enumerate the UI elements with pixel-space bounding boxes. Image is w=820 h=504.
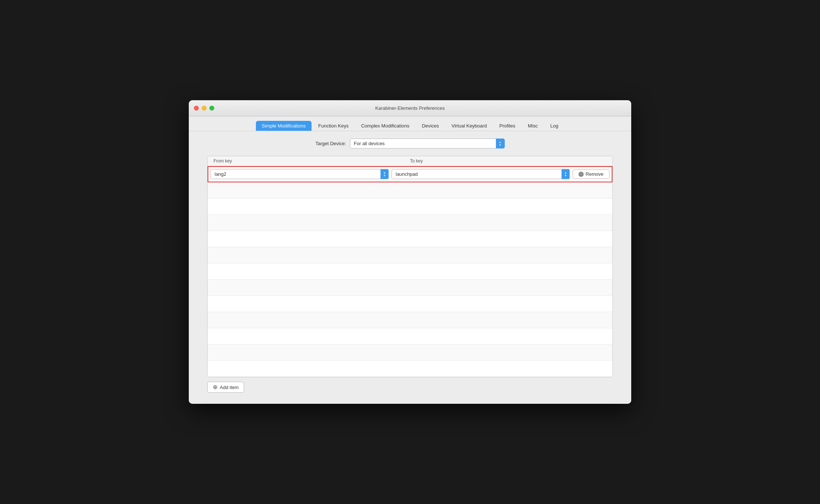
window-title: Karabiner-Elements Preferences [375,105,445,111]
minimize-button[interactable] [202,106,206,111]
add-icon: ⊕ [213,384,218,390]
table-row [208,280,612,296]
content-area: Target Device: For all devices Built-in … [189,131,631,404]
table-row [208,247,612,263]
table-row-active: lang2 ▲ ▼ launchpad ▲ [208,166,612,182]
col-to-header: To key [410,158,607,164]
table-row [208,344,612,361]
device-select-wrapper: For all devices Built-in Keyboard Extern… [350,139,505,148]
maximize-button[interactable] [209,106,214,111]
remove-button[interactable]: − Remove [573,169,609,179]
remove-icon: − [578,172,584,177]
traffic-lights [194,106,214,111]
target-device-select[interactable]: For all devices Built-in Keyboard Extern… [350,139,505,148]
table-row [208,263,612,280]
app-window: Karabiner-Elements Preferences Simple Mo… [189,100,631,404]
col-from-header: From key [213,158,410,164]
table-row [208,199,612,215]
table-row [208,215,612,231]
tab-devices[interactable]: Devices [416,121,445,131]
tab-virtual-keyboard[interactable]: Virtual Keyboard [445,121,493,131]
tab-profiles[interactable]: Profiles [493,121,521,131]
from-key-wrapper: lang2 ▲ ▼ [211,169,389,179]
target-device-label: Target Device: [315,141,346,146]
table-row [208,182,612,199]
table-row [208,312,612,328]
tab-misc[interactable]: Misc [522,121,544,131]
tab-log[interactable]: Log [544,121,564,131]
close-button[interactable] [194,106,199,111]
target-device-row: Target Device: For all devices Built-in … [207,139,613,148]
table-row [208,231,612,247]
to-key-select[interactable]: launchpad [392,169,570,179]
table-header: From key To key [208,156,612,166]
to-key-wrapper: launchpad ▲ ▼ [392,169,570,179]
tab-function-keys[interactable]: Function Keys [312,121,354,131]
tab-simple-modifications[interactable]: Simple Modifications [256,121,312,131]
table-row [208,328,612,344]
add-item-button[interactable]: ⊕ Add item [207,382,244,393]
tab-complex-modifications[interactable]: Complex Modifications [355,121,415,131]
from-key-select[interactable]: lang2 [211,169,389,179]
modifications-table: From key To key lang2 ▲ ▼ [207,156,613,377]
tab-bar: Simple Modifications Function Keys Compl… [189,116,631,131]
titlebar: Karabiner-Elements Preferences [189,100,631,116]
table-row [208,361,612,377]
table-row [208,296,612,312]
